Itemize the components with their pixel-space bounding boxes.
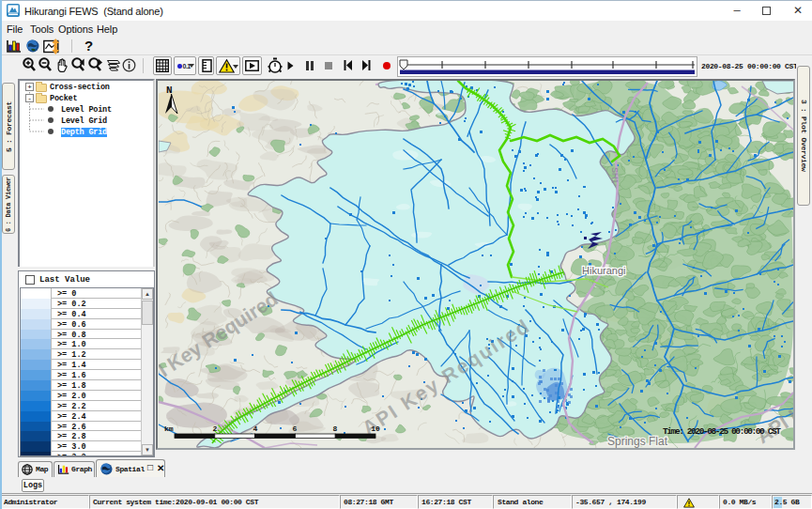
svg-text:8: 8: [333, 424, 338, 433]
svg-text:km: km: [164, 424, 174, 433]
svg-text:Hikurangi: Hikurangi: [582, 265, 625, 276]
svg-text:6: 6: [293, 424, 298, 433]
svg-text:SH1: SH1: [610, 167, 620, 184]
svg-text:Springs Flat: Springs Flat: [607, 435, 668, 448]
svg-text:Time: 2020-08-25 00:00:00 CST: Time: 2020-08-25 00:00:00 CST: [663, 426, 781, 437]
svg-text:10: 10: [371, 424, 380, 433]
svg-text:2: 2: [213, 424, 218, 433]
svg-text:4: 4: [253, 424, 258, 433]
